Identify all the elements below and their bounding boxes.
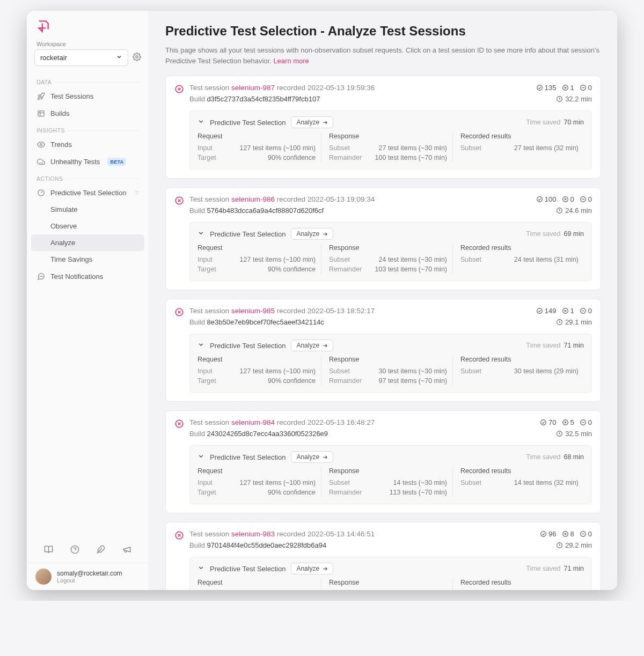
section-insights: INSIGHTS bbox=[27, 122, 149, 136]
session-card: Test session selenium-987 recorded 2022-… bbox=[165, 76, 601, 179]
eye-icon bbox=[36, 140, 45, 149]
col-response: Response Subset24 test items (~30 min) R… bbox=[321, 244, 452, 274]
status-fail-icon bbox=[174, 84, 184, 94]
section-data: DATA bbox=[27, 73, 149, 87]
nav-builds[interactable]: Builds bbox=[27, 105, 149, 122]
col-request: Request Input127 test items (~100 min) T… bbox=[197, 244, 321, 274]
builds-icon bbox=[36, 109, 45, 117]
nav-test-sessions[interactable]: Test Sessions bbox=[27, 87, 149, 105]
col-response: Response Subset19 test items (~30 min) R… bbox=[321, 579, 452, 590]
page-title: Predictive Test Selection - Analyze Test… bbox=[165, 24, 601, 39]
col-response: Response Subset30 test items (~30 min) R… bbox=[321, 356, 452, 386]
rocket-icon bbox=[36, 92, 45, 100]
fail-count: 5 bbox=[562, 418, 574, 426]
skip-count: 0 bbox=[580, 418, 592, 426]
stats: 149 1 0 bbox=[536, 307, 592, 315]
svg-point-9 bbox=[40, 276, 40, 276]
cloud-icon bbox=[36, 157, 45, 166]
col-request: Request Input127 test items (~100 min) T… bbox=[197, 356, 321, 386]
fail-count: 0 bbox=[562, 195, 574, 203]
svg-point-40 bbox=[537, 308, 542, 314]
workspace-value: rocketair bbox=[40, 54, 67, 62]
col-request: Request Input127 test items (~100 min) T… bbox=[197, 132, 321, 163]
settings-gear-icon[interactable] bbox=[133, 53, 141, 63]
collapse-icon[interactable] bbox=[197, 452, 204, 462]
duration: 32.5 min bbox=[540, 430, 592, 438]
panel-title: Predictive Test Selection bbox=[210, 565, 286, 573]
stats: 100 0 0 bbox=[536, 195, 592, 203]
help-icon[interactable] bbox=[70, 545, 79, 556]
skip-count: 0 bbox=[580, 195, 592, 203]
skip-count: 0 bbox=[580, 307, 592, 315]
time-saved: Time saved69 min bbox=[526, 230, 584, 238]
nav-simulate[interactable]: Simulate bbox=[27, 201, 149, 218]
pts-panel: Predictive Test Selection Analyze Time s… bbox=[189, 445, 592, 504]
nav-test-notifications[interactable]: Test Notifications bbox=[27, 268, 149, 285]
collapse-icon[interactable] bbox=[197, 229, 204, 239]
pts-panel: Predictive Test Selection Analyze Time s… bbox=[189, 222, 592, 281]
session-id-link[interactable]: selenium-985 bbox=[231, 307, 275, 315]
stats: 70 5 0 bbox=[540, 418, 592, 426]
nav-observe[interactable]: Observe bbox=[27, 218, 149, 234]
pts-panel: Predictive Test Selection Analyze Time s… bbox=[189, 557, 592, 590]
sidebar: Workspace rocketair DATA Test Sessions B… bbox=[27, 11, 149, 590]
fail-count: 1 bbox=[562, 307, 574, 315]
build-line: Build 8e3b50e7eb9bcef70fec5aeef342114c bbox=[189, 318, 531, 326]
session-id-link[interactable]: selenium-987 bbox=[231, 84, 275, 92]
fail-count: 8 bbox=[562, 530, 574, 538]
nav-unhealthy-tests[interactable]: Unhealthy TestsBETA bbox=[27, 153, 149, 170]
svg-point-29 bbox=[537, 197, 542, 202]
feather-icon[interactable] bbox=[96, 545, 105, 556]
section-actions: ACTIONS bbox=[27, 170, 149, 184]
nav-trends[interactable]: Trends bbox=[27, 136, 149, 153]
svg-point-11 bbox=[42, 276, 42, 276]
collapse-icon[interactable] bbox=[197, 117, 204, 127]
expand-caret-icon: ▽ bbox=[135, 190, 139, 195]
session-id-link[interactable]: selenium-983 bbox=[231, 530, 275, 538]
session-id-link[interactable]: selenium-984 bbox=[231, 418, 275, 426]
chat-icon bbox=[36, 272, 45, 281]
workspace-select[interactable]: rocketair bbox=[34, 49, 128, 66]
panel-title: Predictive Test Selection bbox=[210, 119, 286, 127]
svg-point-51 bbox=[541, 420, 546, 425]
nav-analyze[interactable]: Analyze bbox=[31, 234, 144, 251]
session-line: Test session selenium-986 recorded 2022-… bbox=[189, 195, 531, 203]
session-id-link[interactable]: selenium-986 bbox=[231, 195, 275, 203]
avatar[interactable] bbox=[35, 569, 52, 585]
build-line: Build 243024265d8c7ecc4aa3360f052326e9 bbox=[189, 430, 535, 438]
docs-icon[interactable] bbox=[44, 545, 53, 556]
col-recorded: Recorded results Subset30 test items (29… bbox=[452, 356, 584, 386]
panel-title: Predictive Test Selection bbox=[210, 453, 286, 461]
session-line: Test session selenium-984 recorded 2022-… bbox=[189, 418, 535, 426]
status-fail-icon bbox=[174, 419, 184, 429]
pass-count: 70 bbox=[540, 418, 556, 426]
logout-link[interactable]: Logout bbox=[57, 577, 122, 584]
analyze-button[interactable]: Analyze bbox=[291, 563, 333, 574]
nav-pts[interactable]: Predictive Test Selection▽ bbox=[27, 184, 149, 201]
duration: 24.6 min bbox=[536, 207, 592, 215]
session-card: Test session selenium-986 recorded 2022-… bbox=[165, 187, 601, 290]
session-card: Test session selenium-984 recorded 2022-… bbox=[165, 410, 601, 513]
main-content: Predictive Test Selection - Analyze Test… bbox=[149, 11, 617, 590]
megaphone-icon[interactable] bbox=[122, 545, 131, 556]
time-saved: Time saved71 min bbox=[526, 565, 584, 572]
collapse-icon[interactable] bbox=[197, 341, 204, 350]
svg-point-0 bbox=[136, 56, 138, 58]
build-line: Build d3f5c2737d3a54cf8235b4ff79fcb107 bbox=[189, 95, 531, 103]
nav-time-savings[interactable]: Time Savings bbox=[27, 251, 149, 268]
collapse-icon[interactable] bbox=[197, 564, 204, 573]
analyze-button[interactable]: Analyze bbox=[291, 116, 333, 128]
analyze-button[interactable]: Analyze bbox=[291, 451, 333, 463]
status-fail-icon bbox=[174, 307, 184, 317]
gauge-icon bbox=[36, 188, 45, 197]
duration: 32.2 min bbox=[536, 95, 592, 103]
analyze-button[interactable]: Analyze bbox=[291, 340, 333, 351]
chevron-down-icon bbox=[116, 54, 122, 62]
panel-title: Predictive Test Selection bbox=[210, 342, 286, 350]
app-logo bbox=[27, 11, 149, 41]
learn-more-link[interactable]: Learn more bbox=[273, 57, 309, 65]
beta-badge: BETA bbox=[107, 158, 126, 166]
stats: 135 1 0 bbox=[536, 84, 592, 92]
analyze-button[interactable]: Analyze bbox=[291, 228, 333, 240]
fail-count: 1 bbox=[562, 84, 574, 92]
